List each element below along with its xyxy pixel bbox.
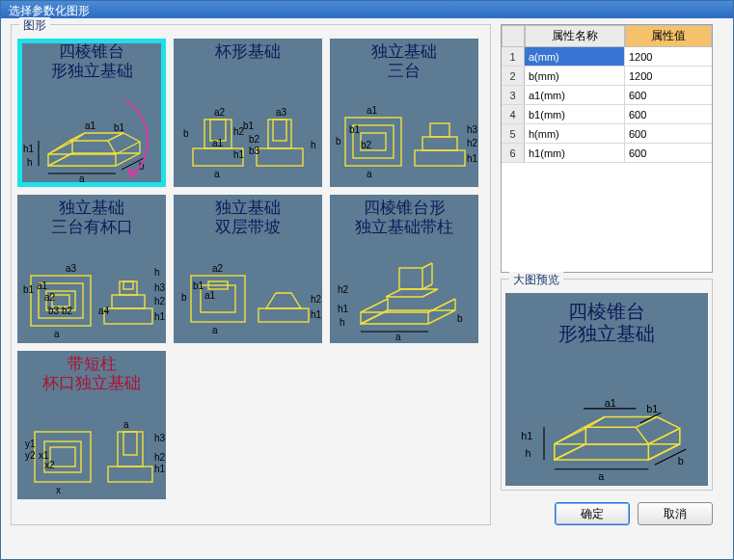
svg-text:h: h: [526, 447, 531, 459]
svg-text:h1: h1: [521, 430, 532, 441]
svg-text:h1: h1: [23, 144, 35, 154]
svg-text:a4: a4: [98, 306, 110, 316]
svg-text:h1: h1: [233, 149, 245, 160]
svg-text:h1: h1: [154, 464, 166, 474]
svg-text:h3: h3: [467, 124, 478, 135]
thumb-title: 独立基础 三台有杯口: [17, 195, 166, 236]
row-number: 1: [502, 47, 525, 66]
svg-text:a: a: [123, 419, 129, 430]
thumb-diagram: xx1x2y1y2h3h2h1a: [17, 403, 166, 499]
shape-thumb-s2[interactable]: 杯形基础a2a1aa3hbb1b2b3h2h1: [174, 39, 322, 187]
svg-text:h3: h3: [154, 282, 166, 293]
thumb-diagram: abhh1h2: [330, 247, 478, 343]
svg-text:b1: b1: [114, 122, 125, 133]
shape-thumb-s7[interactable]: 带短柱 杯口独立基础xx1x2y1y2h3h2h1a: [17, 351, 166, 499]
svg-marker-116: [555, 444, 680, 460]
table-row[interactable]: 4b1(mm)600: [502, 105, 712, 124]
window-title: 选择参数化图形: [9, 4, 90, 17]
svg-rect-58: [120, 281, 137, 295]
svg-line-122: [555, 427, 584, 443]
table-body: 1a(mm)12002b(mm)12003a1(mm)6004b1(mm)600…: [502, 47, 712, 163]
thumb-diagram: abhh1a1b1: [17, 91, 166, 187]
svg-marker-90: [386, 289, 438, 297]
shape-thumb-s5[interactable]: 独立基础 双层带坡aa2a1bb1h2h1: [174, 195, 322, 343]
svg-text:b: b: [183, 128, 189, 139]
shape-thumb-s1[interactable]: 四棱锥台 形独立基础abhh1a1b1: [17, 39, 166, 187]
svg-text:h1: h1: [154, 311, 166, 322]
svg-text:a3: a3: [66, 263, 77, 274]
thumb-diagram: aba1b1b2h3h2h1: [330, 91, 478, 187]
svg-rect-59: [123, 281, 133, 289]
shape-grid: 四棱锥台 形独立基础abhh1a1b1杯形基础a2a1aa3hbb1b2b3h2…: [17, 39, 484, 499]
svg-text:a3: a3: [276, 107, 287, 118]
svg-text:a: a: [367, 169, 372, 179]
top-row: 图形 四棱锥台 形独立基础abhh1a1b1杯形基础a2a1aa3hbb1b2b…: [11, 24, 723, 551]
svg-text:h1: h1: [467, 153, 478, 164]
thumb-diagram: aa3a1a2b1b3b2a4hh3h2h1: [17, 247, 166, 343]
shape-thumb-s3[interactable]: 独立基础 三台aba1b1b2h3h2h1: [330, 39, 478, 187]
dialog-window: 选择参数化图形 图形 四棱锥台 形独立基础abhh1a1b1杯形基础a2a1aa…: [0, 0, 734, 560]
table-row[interactable]: 5h(mm)600: [502, 124, 712, 144]
header-rownum: [502, 25, 525, 47]
svg-text:a: a: [54, 329, 60, 339]
cancel-button[interactable]: 取消: [638, 502, 713, 525]
svg-text:b3: b3: [249, 146, 260, 156]
prop-name: h1(mm): [525, 144, 625, 162]
shapes-groupbox: 图形 四棱锥台 形独立基础abhh1a1b1杯形基础a2a1aa3hbb1b2b…: [11, 24, 491, 525]
ok-button[interactable]: 确定: [555, 502, 630, 525]
shape-thumb-s4[interactable]: 独立基础 三台有杯口aa3a1a2b1b3b2a4hh3h2h1: [17, 195, 166, 343]
svg-text:y1: y1: [25, 439, 36, 449]
thumb-title: 四棱锥台 形独立基础: [17, 39, 166, 80]
svg-line-94: [422, 284, 432, 289]
svg-text:h: h: [311, 140, 316, 150]
svg-rect-105: [118, 432, 143, 467]
svg-rect-106: [123, 432, 137, 455]
svg-line-7: [48, 141, 69, 154]
thumb-diagram: a2a1aa3hbb1b2b3h2h1: [174, 91, 322, 187]
prop-value[interactable]: 1200: [625, 67, 712, 85]
row-number: 4: [502, 105, 525, 123]
shape-thumb-s6[interactable]: 四棱锥台形 独立基础带柱abhh1h2: [330, 195, 478, 343]
table-row[interactable]: 3a1(mm)600: [502, 86, 712, 105]
svg-marker-85: [361, 299, 388, 324]
svg-text:b: b: [181, 292, 187, 303]
svg-rect-104: [108, 467, 152, 482]
prop-value[interactable]: 600: [625, 105, 712, 123]
thumb-title: 独立基础 双层带坡: [174, 195, 322, 236]
svg-rect-41: [415, 150, 465, 166]
prop-value[interactable]: 600: [625, 144, 712, 162]
prop-value[interactable]: 600: [625, 86, 712, 104]
table-row[interactable]: 1a(mm)1200: [502, 47, 712, 67]
svg-text:a2: a2: [44, 292, 56, 303]
prop-value[interactable]: 1200: [625, 47, 712, 66]
svg-marker-76: [266, 293, 301, 308]
svg-text:y2: y2: [25, 450, 36, 461]
svg-text:h2: h2: [154, 452, 166, 463]
row-number: 6: [502, 144, 525, 162]
svg-text:a1: a1: [367, 105, 378, 116]
svg-line-8: [108, 141, 116, 154]
right-column: 属性名称 属性值 1a(mm)12002b(mm)12003a1(mm)6004…: [501, 24, 713, 551]
svg-text:h2: h2: [467, 138, 478, 148]
button-row: 确定 取消: [501, 496, 713, 525]
svg-text:a1: a1: [85, 120, 96, 131]
svg-text:a1: a1: [212, 138, 224, 148]
svg-text:b1: b1: [243, 120, 255, 131]
preview-diagram: a b h h1 a1 b1: [505, 360, 708, 486]
property-table[interactable]: 属性名称 属性值 1a(mm)12002b(mm)12003a1(mm)6004…: [501, 24, 713, 273]
prop-value[interactable]: 600: [625, 124, 712, 143]
preview-svg: a b h h1 a1 b1: [505, 360, 708, 486]
row-number: 5: [502, 124, 525, 143]
svg-rect-57: [112, 295, 145, 308]
header-value: 属性值: [625, 25, 712, 47]
table-row[interactable]: 2b(mm)1200: [502, 67, 712, 86]
svg-text:b2: b2: [249, 134, 260, 145]
svg-text:h1: h1: [311, 309, 322, 320]
svg-text:h: h: [27, 157, 33, 168]
svg-line-123: [636, 427, 648, 443]
thumb-title: 独立基础 三台: [330, 39, 478, 80]
svg-rect-25: [268, 120, 291, 148]
table-row[interactable]: 6h1(mm)600: [502, 144, 712, 163]
prop-name: a(mm): [525, 47, 625, 66]
svg-text:a: a: [395, 332, 401, 342]
